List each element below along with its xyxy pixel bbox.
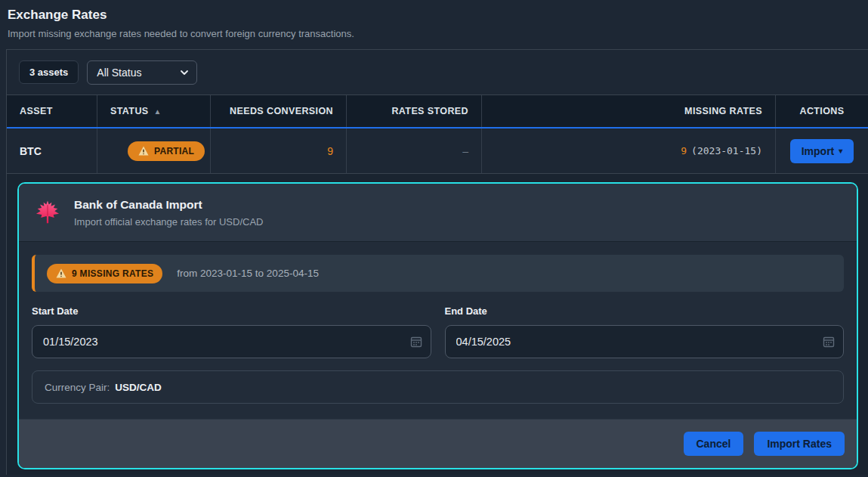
column-header-actions: ACTIONS <box>776 95 868 127</box>
exchange-rates-page: Exchange Rates Import missing exchange r… <box>0 0 868 477</box>
bank-of-canada-import-panel: Bank of Canada Import Import official ex… <box>17 182 858 469</box>
start-date-label: Start Date <box>32 305 431 317</box>
panel-title: Bank of Canada Import <box>74 198 263 212</box>
asset-cell: BTC <box>7 129 97 173</box>
needs-conversion-cell: 9 <box>211 129 347 173</box>
column-header-needs-conversion[interactable]: NEEDS CONVERSION <box>211 95 347 127</box>
start-date-input[interactable] <box>32 325 431 358</box>
date-fields: Start Date End Date <box>32 305 844 358</box>
warning-icon <box>138 146 149 156</box>
status-filter-value: All Status <box>97 67 141 79</box>
start-date-group: Start Date <box>32 305 431 358</box>
page-subtitle: Import missing exchange rates needed to … <box>8 28 859 39</box>
missing-rates-badge: 9 MISSING RATES <box>47 264 162 283</box>
maple-leaf-icon <box>34 197 61 228</box>
missing-rates-range: from 2023-01-15 to 2025-04-15 <box>177 268 319 279</box>
column-header-missing-rates[interactable]: MISSING RATES <box>482 95 776 127</box>
end-date-label: End Date <box>445 305 845 317</box>
currency-pair-label: Currency Pair: <box>45 382 110 393</box>
status-badge-label: PARTIAL <box>154 146 194 156</box>
calendar-icon[interactable] <box>410 336 422 348</box>
chevron-down-icon <box>180 68 189 77</box>
status-filter-select[interactable]: All Status <box>87 60 197 85</box>
page-title: Exchange Rates <box>8 8 859 23</box>
toolbar: 3 assets All Status <box>7 50 868 95</box>
panel-subtitle: Import official exchange rates for USD/C… <box>74 216 263 228</box>
missing-rates-badge-label: 9 MISSING RATES <box>72 268 153 279</box>
panel-header-text: Bank of Canada Import Import official ex… <box>74 198 263 228</box>
end-date-input[interactable] <box>445 325 845 358</box>
status-badge: PARTIAL <box>128 141 205 161</box>
currency-pair-value: USD/CAD <box>115 382 162 393</box>
start-date-input-wrap <box>32 325 431 358</box>
exchange-rates-card: 3 assets All Status ASSET STATUS ▲ NEEDS… <box>6 49 868 475</box>
warning-icon <box>56 268 66 278</box>
actions-cell: Import ▾ <box>776 129 868 173</box>
expanded-import-row: Bank of Canada Import Import official ex… <box>7 174 868 475</box>
rates-stored-cell: – <box>347 129 482 173</box>
sort-asc-icon: ▲ <box>154 107 162 116</box>
column-header-status[interactable]: STATUS ▲ <box>97 95 211 127</box>
currency-pair-box: Currency Pair: USD/CAD <box>32 370 844 404</box>
dropdown-caret-icon: ▾ <box>839 147 842 155</box>
panel-header: Bank of Canada Import Import official ex… <box>19 184 857 242</box>
page-header: Exchange Rates Import missing exchange r… <box>0 0 868 39</box>
missing-rates-alert: 9 MISSING RATES from 2023-01-15 to 2025-… <box>32 255 844 292</box>
assets-count-badge: 3 assets <box>19 60 79 84</box>
missing-rates-cell: 9 (2023-01-15) <box>482 129 776 173</box>
table-header-row: ASSET STATUS ▲ NEEDS CONVERSION RATES ST… <box>7 95 868 129</box>
import-dropdown-button[interactable]: Import ▾ <box>790 139 854 163</box>
import-rates-button[interactable]: Import Rates <box>754 432 845 456</box>
panel-footer: Cancel Import Rates <box>19 419 857 468</box>
end-date-input-wrap <box>445 325 845 358</box>
missing-rates-count: 9 <box>681 145 687 156</box>
end-date-group: End Date <box>445 305 845 358</box>
column-header-asset[interactable]: ASSET <box>7 95 97 127</box>
column-header-rates-stored[interactable]: RATES STORED <box>347 95 482 127</box>
panel-body: 9 MISSING RATES from 2023-01-15 to 2025-… <box>19 242 857 419</box>
table-row-btc: BTC PARTIAL 9 – 9 (2023-01-15) Import ▾ <box>7 129 868 174</box>
status-cell: PARTIAL <box>97 129 211 173</box>
cancel-button[interactable]: Cancel <box>684 432 744 456</box>
calendar-icon[interactable] <box>823 336 835 348</box>
missing-rates-date: (2023-01-15) <box>691 145 762 156</box>
